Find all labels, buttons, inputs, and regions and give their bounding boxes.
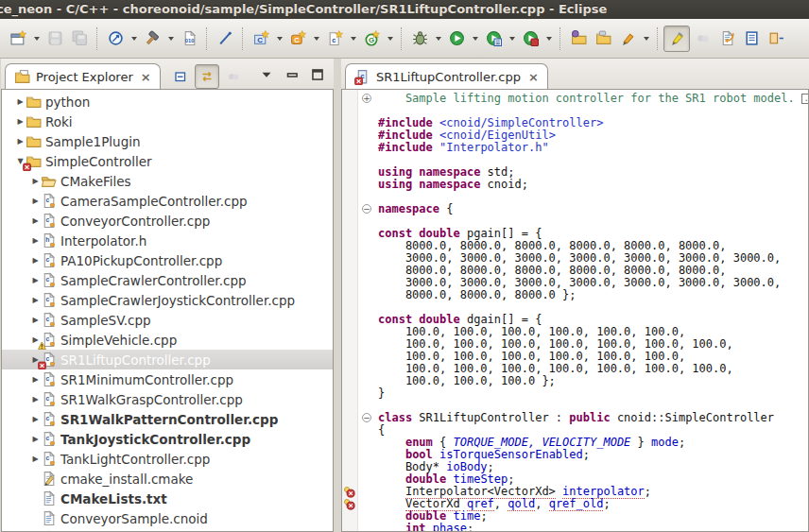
collapsed-arrow-icon[interactable]: ▶ (30, 197, 41, 205)
collapsed-arrow-icon[interactable]: ▶ (30, 375, 41, 384)
tree-item-ConveyorController.cpp[interactable]: ▶cConveyorController.cpp (2, 211, 333, 231)
fold-row[interactable]: + (358, 93, 378, 105)
tree-item-SampleSV.cpp[interactable]: ▶cSampleSV.cpp (2, 310, 333, 330)
dropdown-arrow-icon[interactable] (273, 26, 285, 51)
dropdown-arrow-icon[interactable] (347, 26, 359, 51)
tree-item-cmake_install.cmake[interactable]: cmake_install.cmake (2, 469, 333, 489)
code-line[interactable]: Sample lifting motion controller for the… (378, 93, 808, 105)
collapsed-arrow-icon[interactable]: ▶ (30, 276, 41, 284)
tree-item-Sample1Plugin[interactable]: ▶Sample1Plugin (2, 131, 333, 151)
code-editor[interactable]: +−− Sample lifting motion controller for… (342, 90, 808, 531)
collapsed-arrow-icon[interactable]: ▶ (30, 296, 41, 304)
toolbar-button-show-source-icon[interactable] (739, 26, 764, 51)
code-line[interactable]: 8000.0, 8000.0, 8000.0 }; (378, 289, 808, 301)
close-icon[interactable]: × (141, 71, 151, 83)
tree-item-python[interactable]: ▶python (2, 92, 333, 112)
tree-item-Interpolator.h[interactable]: ▶hInterpolator.h (2, 231, 333, 250)
toolbar-button-search-pen-icon[interactable] (213, 26, 237, 51)
toolbar-button-coverage-icon[interactable] (518, 26, 542, 51)
tree-item-CMakeLists.txt[interactable]: CMakeLists.txt (2, 489, 333, 508)
tree-item-TankLightController.cpp[interactable]: ▶cTankLightController.cpp (2, 449, 333, 469)
tree-item-SimpleVehicle.cpp[interactable]: ▶cSimpleVehicle.cpp (2, 330, 333, 350)
toolbar-button-binary-icon[interactable]: 010 (177, 26, 201, 51)
collapse-all-icon[interactable] (169, 65, 192, 88)
view-menu-icon[interactable] (258, 66, 275, 83)
code-line[interactable]: 100.0, 100.0, 100.0 }; (378, 375, 808, 387)
fold-row[interactable]: − (358, 412, 378, 424)
collapsed-arrow-icon[interactable]: ▶ (30, 256, 41, 265)
collapsed-arrow-icon[interactable]: ▶ (30, 216, 41, 225)
collapsed-arrow-icon[interactable]: ▶ (30, 236, 41, 245)
dropdown-arrow-icon[interactable] (469, 26, 481, 51)
toolbar-button-debug-icon[interactable] (407, 26, 432, 51)
error-marker-row[interactable] (342, 498, 357, 510)
dropdown-arrow-icon[interactable] (384, 26, 396, 51)
dropdown-arrow-icon[interactable] (30, 26, 43, 51)
annotation-ruler[interactable] (342, 90, 358, 531)
toolbar-button-launch-config-icon[interactable] (103, 26, 128, 51)
toolbar-button-last-edit-icon[interactable] (714, 26, 739, 51)
code-text[interactable]: Sample lifting motion controller for the… (378, 90, 808, 531)
dropdown-arrow-icon[interactable] (506, 26, 518, 51)
dropdown-arrow-icon[interactable] (432, 26, 444, 51)
toolbar-button-new-wizard-icon[interactable] (6, 26, 30, 51)
tree-item-Makefile[interactable]: Makefile (2, 528, 333, 532)
tree-item-SampleCrawlerController.cpp[interactable]: ▶cSampleCrawlerController.cpp (2, 270, 333, 290)
tree-item-SR1LiftupController.cpp[interactable]: ▶cSR1LiftupController.cpp (2, 350, 333, 369)
dropdown-arrow-icon[interactable] (310, 26, 322, 51)
collapsed-arrow-icon[interactable]: ▶ (30, 177, 41, 185)
toolbar-button-build-icon[interactable] (140, 26, 164, 51)
close-icon[interactable]: × (528, 71, 539, 83)
dropdown-arrow-icon[interactable] (542, 26, 555, 51)
tab-project-explorer[interactable]: Project Explorer × (5, 63, 161, 89)
collapsed-arrow-icon[interactable]: ▶ (30, 455, 41, 463)
window-title-bar[interactable]: ce_neon - C/C++ - choreonoid/sample/Simp… (0, 0, 809, 19)
toolbar-button-new-target-icon[interactable]: G (359, 26, 384, 51)
toolbar-button-new-class-icon[interactable]: C (285, 26, 310, 51)
fold-expand-icon[interactable]: + (362, 94, 371, 103)
tree-item-CMakeFiles[interactable]: ▶CMakeFiles (2, 171, 333, 191)
code-line[interactable]: class SR1LiftupController : public cnoid… (378, 412, 808, 424)
toolbar-button-run-icon[interactable] (444, 26, 469, 51)
fold-collapse-icon[interactable]: − (362, 204, 371, 214)
folding-ruler[interactable]: +−− (358, 90, 378, 531)
fold-row[interactable]: − (358, 203, 378, 215)
toolbar-button-next-annotation-icon[interactable] (764, 26, 788, 51)
collapsed-arrow-icon[interactable]: ▶ (30, 435, 41, 443)
minimize-icon[interactable] (284, 66, 301, 83)
tree-item-SR1WalkPatternController.cpp[interactable]: ▶cSR1WalkPatternController.cpp (2, 409, 333, 429)
code-line[interactable]: #include "Interpolator.h" (378, 142, 808, 154)
toolbar-button-new-file-icon[interactable]: c (322, 26, 347, 51)
toolbar-button-mark-occurrences-icon[interactable] (615, 26, 640, 51)
collapsed-arrow-icon[interactable]: ▶ (30, 415, 41, 423)
tree-item-PA10PickupController.cpp[interactable]: ▶cPA10PickupController.cpp (2, 250, 333, 270)
code-line[interactable]: using namespace cnoid; (378, 179, 808, 191)
toolbar-button-profile-icon[interactable] (481, 26, 506, 51)
code-line[interactable]: } (378, 387, 808, 400)
tree-item-SampleCrawlerJoystickController.cpp[interactable]: ▶cSampleCrawlerJoystickController.cpp (2, 290, 333, 310)
toolbar-button-new-c-project-icon[interactable]: C (249, 26, 273, 51)
collapsed-arrow-icon[interactable]: ▶ (15, 137, 26, 146)
dropdown-arrow-icon[interactable] (640, 26, 652, 51)
tree-item-TankJoystickController.cpp[interactable]: ▶cTankJoystickController.cpp (2, 429, 333, 449)
tree-item-SimpleController[interactable]: ▼SimpleController (2, 151, 333, 171)
folded-region-icon[interactable]: .. (801, 94, 808, 104)
code-line[interactable]: int phase; (378, 523, 808, 531)
code-line[interactable]: namespace { (378, 203, 808, 215)
error-quickfix-icon[interactable] (343, 498, 356, 510)
collapsed-arrow-icon[interactable]: ▶ (30, 316, 41, 324)
fold-collapse-icon[interactable]: − (362, 413, 371, 422)
dropdown-arrow-icon[interactable] (164, 26, 177, 51)
tree-item-SR1WalkGraspController.cpp[interactable]: ▶cSR1WalkGraspController.cpp (2, 389, 333, 409)
maximize-icon[interactable] (309, 66, 326, 83)
tree-item-SR1MinimumController.cpp[interactable]: ▶cSR1MinimumController.cpp (2, 369, 333, 389)
dropdown-arrow-icon[interactable] (128, 26, 140, 51)
toolbar-button-open-type-icon[interactable] (566, 26, 591, 51)
toolbar-button-highlight-icon[interactable] (663, 26, 690, 52)
link-editor-icon[interactable] (195, 64, 219, 89)
tab-editor-file[interactable]: c SR1LiftupController.cpp × (345, 63, 548, 89)
collapsed-arrow-icon[interactable]: ▶ (30, 395, 41, 403)
error-quickfix-icon[interactable] (343, 486, 356, 498)
tree-item-ConveyorSample.cnoid[interactable]: ConveyorSample.cnoid (2, 508, 333, 528)
toolbar-button-open-resource-icon[interactable] (591, 26, 615, 51)
